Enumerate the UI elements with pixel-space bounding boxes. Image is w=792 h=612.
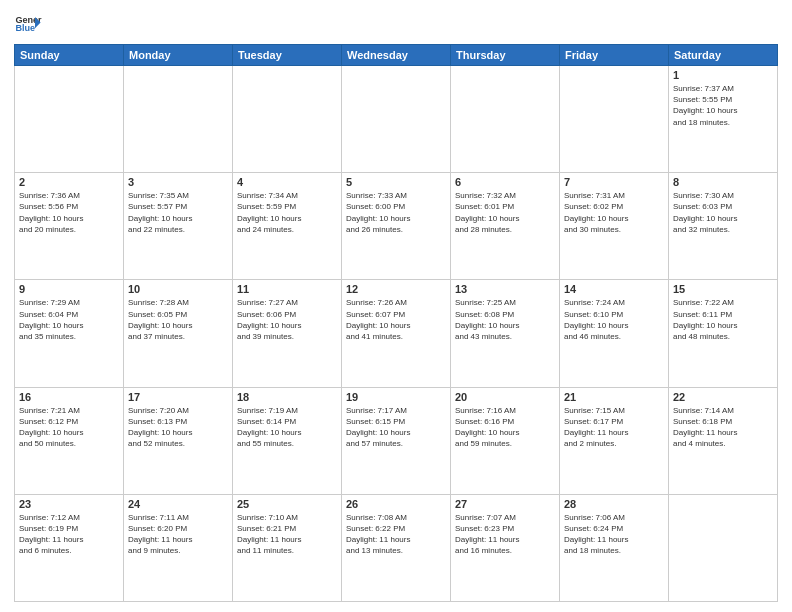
day-number: 18 — [237, 391, 337, 403]
day-info: Sunrise: 7:17 AM Sunset: 6:15 PM Dayligh… — [346, 405, 446, 450]
calendar-cell: 4Sunrise: 7:34 AM Sunset: 5:59 PM Daylig… — [233, 173, 342, 280]
day-info: Sunrise: 7:27 AM Sunset: 6:06 PM Dayligh… — [237, 297, 337, 342]
day-info: Sunrise: 7:33 AM Sunset: 6:00 PM Dayligh… — [346, 190, 446, 235]
weekday-header-monday: Monday — [124, 45, 233, 66]
weekday-header-tuesday: Tuesday — [233, 45, 342, 66]
day-info: Sunrise: 7:07 AM Sunset: 6:23 PM Dayligh… — [455, 512, 555, 557]
calendar-cell: 12Sunrise: 7:26 AM Sunset: 6:07 PM Dayli… — [342, 280, 451, 387]
weekday-header-sunday: Sunday — [15, 45, 124, 66]
day-number: 7 — [564, 176, 664, 188]
day-number: 12 — [346, 283, 446, 295]
day-number: 22 — [673, 391, 773, 403]
day-number: 20 — [455, 391, 555, 403]
day-info: Sunrise: 7:28 AM Sunset: 6:05 PM Dayligh… — [128, 297, 228, 342]
day-number: 10 — [128, 283, 228, 295]
day-info: Sunrise: 7:20 AM Sunset: 6:13 PM Dayligh… — [128, 405, 228, 450]
day-number: 21 — [564, 391, 664, 403]
calendar-cell: 14Sunrise: 7:24 AM Sunset: 6:10 PM Dayli… — [560, 280, 669, 387]
calendar-cell: 13Sunrise: 7:25 AM Sunset: 6:08 PM Dayli… — [451, 280, 560, 387]
weekday-header-thursday: Thursday — [451, 45, 560, 66]
page: General Blue SundayMondayTuesdayWednesda… — [0, 0, 792, 612]
day-number: 11 — [237, 283, 337, 295]
calendar-cell: 16Sunrise: 7:21 AM Sunset: 6:12 PM Dayli… — [15, 387, 124, 494]
calendar-week-row-3: 9Sunrise: 7:29 AM Sunset: 6:04 PM Daylig… — [15, 280, 778, 387]
calendar-cell: 6Sunrise: 7:32 AM Sunset: 6:01 PM Daylig… — [451, 173, 560, 280]
calendar-cell — [124, 66, 233, 173]
day-info: Sunrise: 7:26 AM Sunset: 6:07 PM Dayligh… — [346, 297, 446, 342]
day-number: 15 — [673, 283, 773, 295]
day-number: 8 — [673, 176, 773, 188]
calendar-cell: 15Sunrise: 7:22 AM Sunset: 6:11 PM Dayli… — [669, 280, 778, 387]
calendar-cell: 26Sunrise: 7:08 AM Sunset: 6:22 PM Dayli… — [342, 494, 451, 601]
day-number: 23 — [19, 498, 119, 510]
day-info: Sunrise: 7:08 AM Sunset: 6:22 PM Dayligh… — [346, 512, 446, 557]
day-number: 2 — [19, 176, 119, 188]
calendar-cell — [342, 66, 451, 173]
day-info: Sunrise: 7:16 AM Sunset: 6:16 PM Dayligh… — [455, 405, 555, 450]
day-number: 4 — [237, 176, 337, 188]
day-number: 3 — [128, 176, 228, 188]
day-info: Sunrise: 7:10 AM Sunset: 6:21 PM Dayligh… — [237, 512, 337, 557]
calendar-cell — [560, 66, 669, 173]
calendar-week-row-4: 16Sunrise: 7:21 AM Sunset: 6:12 PM Dayli… — [15, 387, 778, 494]
calendar-cell: 25Sunrise: 7:10 AM Sunset: 6:21 PM Dayli… — [233, 494, 342, 601]
calendar-cell — [669, 494, 778, 601]
calendar-cell: 7Sunrise: 7:31 AM Sunset: 6:02 PM Daylig… — [560, 173, 669, 280]
calendar-cell: 18Sunrise: 7:19 AM Sunset: 6:14 PM Dayli… — [233, 387, 342, 494]
calendar-week-row-2: 2Sunrise: 7:36 AM Sunset: 5:56 PM Daylig… — [15, 173, 778, 280]
day-number: 1 — [673, 69, 773, 81]
day-info: Sunrise: 7:24 AM Sunset: 6:10 PM Dayligh… — [564, 297, 664, 342]
day-info: Sunrise: 7:11 AM Sunset: 6:20 PM Dayligh… — [128, 512, 228, 557]
calendar-cell: 11Sunrise: 7:27 AM Sunset: 6:06 PM Dayli… — [233, 280, 342, 387]
day-info: Sunrise: 7:29 AM Sunset: 6:04 PM Dayligh… — [19, 297, 119, 342]
calendar-week-row-5: 23Sunrise: 7:12 AM Sunset: 6:19 PM Dayli… — [15, 494, 778, 601]
calendar-cell: 19Sunrise: 7:17 AM Sunset: 6:15 PM Dayli… — [342, 387, 451, 494]
day-number: 5 — [346, 176, 446, 188]
calendar-cell — [15, 66, 124, 173]
day-info: Sunrise: 7:34 AM Sunset: 5:59 PM Dayligh… — [237, 190, 337, 235]
day-number: 19 — [346, 391, 446, 403]
day-number: 6 — [455, 176, 555, 188]
day-number: 24 — [128, 498, 228, 510]
day-info: Sunrise: 7:37 AM Sunset: 5:55 PM Dayligh… — [673, 83, 773, 128]
day-number: 16 — [19, 391, 119, 403]
calendar-week-row-1: 1Sunrise: 7:37 AM Sunset: 5:55 PM Daylig… — [15, 66, 778, 173]
day-info: Sunrise: 7:06 AM Sunset: 6:24 PM Dayligh… — [564, 512, 664, 557]
day-number: 17 — [128, 391, 228, 403]
weekday-header-wednesday: Wednesday — [342, 45, 451, 66]
day-info: Sunrise: 7:32 AM Sunset: 6:01 PM Dayligh… — [455, 190, 555, 235]
svg-text:Blue: Blue — [15, 23, 35, 33]
calendar-cell: 9Sunrise: 7:29 AM Sunset: 6:04 PM Daylig… — [15, 280, 124, 387]
day-number: 14 — [564, 283, 664, 295]
day-number: 28 — [564, 498, 664, 510]
day-info: Sunrise: 7:25 AM Sunset: 6:08 PM Dayligh… — [455, 297, 555, 342]
day-number: 9 — [19, 283, 119, 295]
calendar-cell — [451, 66, 560, 173]
calendar-cell: 1Sunrise: 7:37 AM Sunset: 5:55 PM Daylig… — [669, 66, 778, 173]
day-info: Sunrise: 7:36 AM Sunset: 5:56 PM Dayligh… — [19, 190, 119, 235]
header: General Blue — [14, 10, 778, 38]
weekday-header-friday: Friday — [560, 45, 669, 66]
calendar-cell: 3Sunrise: 7:35 AM Sunset: 5:57 PM Daylig… — [124, 173, 233, 280]
calendar-cell — [233, 66, 342, 173]
day-info: Sunrise: 7:12 AM Sunset: 6:19 PM Dayligh… — [19, 512, 119, 557]
day-number: 27 — [455, 498, 555, 510]
day-info: Sunrise: 7:22 AM Sunset: 6:11 PM Dayligh… — [673, 297, 773, 342]
logo-icon: General Blue — [14, 10, 42, 38]
day-info: Sunrise: 7:14 AM Sunset: 6:18 PM Dayligh… — [673, 405, 773, 450]
day-info: Sunrise: 7:21 AM Sunset: 6:12 PM Dayligh… — [19, 405, 119, 450]
calendar-cell: 27Sunrise: 7:07 AM Sunset: 6:23 PM Dayli… — [451, 494, 560, 601]
logo: General Blue — [14, 10, 46, 38]
calendar-cell: 28Sunrise: 7:06 AM Sunset: 6:24 PM Dayli… — [560, 494, 669, 601]
weekday-header-saturday: Saturday — [669, 45, 778, 66]
calendar-cell: 10Sunrise: 7:28 AM Sunset: 6:05 PM Dayli… — [124, 280, 233, 387]
day-info: Sunrise: 7:15 AM Sunset: 6:17 PM Dayligh… — [564, 405, 664, 450]
calendar-cell: 17Sunrise: 7:20 AM Sunset: 6:13 PM Dayli… — [124, 387, 233, 494]
day-info: Sunrise: 7:30 AM Sunset: 6:03 PM Dayligh… — [673, 190, 773, 235]
calendar-cell: 20Sunrise: 7:16 AM Sunset: 6:16 PM Dayli… — [451, 387, 560, 494]
day-info: Sunrise: 7:31 AM Sunset: 6:02 PM Dayligh… — [564, 190, 664, 235]
calendar-cell: 5Sunrise: 7:33 AM Sunset: 6:00 PM Daylig… — [342, 173, 451, 280]
calendar-cell: 21Sunrise: 7:15 AM Sunset: 6:17 PM Dayli… — [560, 387, 669, 494]
calendar-cell: 22Sunrise: 7:14 AM Sunset: 6:18 PM Dayli… — [669, 387, 778, 494]
day-number: 25 — [237, 498, 337, 510]
